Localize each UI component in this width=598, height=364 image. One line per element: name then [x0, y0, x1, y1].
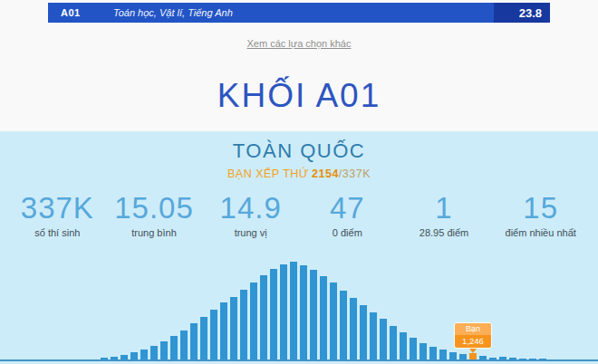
block-code: A01 [48, 7, 113, 18]
histogram-bar[interactable] [489, 358, 497, 359]
histogram-bar[interactable] [509, 358, 516, 359]
histogram-bar[interactable] [370, 312, 377, 359]
tooltip-arrow-icon [469, 349, 477, 353]
histogram-bar[interactable] [150, 346, 158, 359]
histogram-bar[interactable] [260, 275, 267, 359]
stats-row: 337K số thí sinh 15.05 trung bình 14.9 t… [0, 192, 598, 238]
histogram-bar[interactable] [300, 265, 307, 359]
histogram-bar[interactable] [439, 350, 447, 359]
block-subjects: Toán học, Vật lí, Tiếng Anh [113, 7, 494, 18]
histogram-bar[interactable] [449, 352, 457, 359]
you-tooltip: Bạn 1,246 [454, 322, 492, 353]
histogram-bar[interactable] [280, 264, 287, 359]
histogram-bar[interactable] [270, 269, 277, 359]
rank-prefix: BẠN XẾP THỨ [227, 168, 309, 180]
stat-value: 14.9 [202, 192, 299, 225]
block-score: 23.8 [494, 3, 550, 23]
stat-median: 14.9 trung vị [202, 192, 299, 238]
rank-line: BẠN XẾP THỨ2154/337K [0, 168, 598, 180]
histogram-bar[interactable] [390, 326, 397, 359]
tooltip-value: 1,246 [455, 335, 491, 348]
histogram-bar[interactable] [360, 305, 367, 359]
chart-axis-line [0, 359, 598, 361]
page-title: KHỐI A01 [0, 77, 598, 115]
stat-mode: 15 điểm nhiều nhất [492, 192, 589, 238]
histogram-bar-you[interactable] [469, 353, 477, 359]
stat-zero-score: 47 0 điểm [299, 192, 396, 238]
section-title: TOÀN QUỐC [0, 131, 598, 163]
histogram-bar[interactable] [240, 290, 247, 359]
histogram-bar[interactable] [479, 356, 487, 359]
stat-top-score: 1 28.95 điểm [396, 192, 493, 238]
histogram-bar[interactable] [230, 297, 237, 359]
histogram-bar[interactable] [140, 350, 148, 359]
stat-label: trung bình [106, 227, 203, 238]
link-row: Xem các lựa chọn khác [0, 34, 598, 51]
histogram-bar[interactable] [290, 262, 297, 359]
histogram-bar[interactable] [459, 354, 467, 359]
stat-value: 15.05 [106, 192, 203, 225]
histogram-bar[interactable] [250, 283, 257, 359]
page: A01 Toán học, Vật lí, Tiếng Anh 23.8 Xem… [0, 0, 598, 364]
rank-total: /337K [339, 168, 371, 180]
histogram-bar[interactable] [160, 341, 168, 359]
histogram-bar[interactable] [340, 291, 347, 359]
tooltip-label: Bạn [455, 323, 491, 335]
block-selector-bar[interactable]: A01 Toán học, Vật lí, Tiếng Anh 23.8 [48, 3, 550, 23]
histogram-bar[interactable] [121, 355, 128, 359]
histogram-bar[interactable] [410, 338, 417, 359]
histogram-bar[interactable] [330, 283, 337, 359]
histogram-bar[interactable] [180, 330, 188, 359]
rank-value: 2154 [312, 168, 339, 180]
stat-label: 0 điểm [299, 227, 396, 238]
stat-mean: 15.05 trung bình [106, 192, 203, 238]
histogram-bar[interactable] [420, 343, 427, 359]
histogram-bar[interactable] [170, 336, 178, 359]
histogram-bar[interactable] [380, 319, 387, 359]
histogram-bar[interactable] [429, 347, 437, 359]
histogram-bar[interactable] [400, 332, 407, 359]
stat-value: 47 [299, 192, 396, 225]
national-section: TOÀN QUỐC BẠN XẾP THỨ2154/337K 337K số t… [0, 131, 598, 364]
stat-value: 15 [492, 192, 589, 225]
histogram-bar[interactable] [519, 359, 526, 359]
histogram-bar[interactable] [111, 357, 118, 359]
stat-value: 337K [9, 192, 106, 225]
tooltip-box: Bạn 1,246 [454, 322, 492, 349]
stat-label: 28.95 điểm [396, 227, 493, 238]
histogram-bar[interactable] [220, 302, 227, 359]
histogram-bar[interactable] [499, 357, 506, 359]
histogram-bar[interactable] [210, 310, 217, 359]
other-options-link[interactable]: Xem các lựa chọn khác [247, 38, 352, 49]
histogram-bar[interactable] [130, 352, 138, 359]
histogram-bar[interactable] [320, 276, 327, 359]
stat-label: điểm nhiều nhất [492, 227, 589, 238]
stat-value: 1 [396, 192, 493, 225]
stat-label: trung vị [202, 227, 299, 238]
histogram-bar[interactable] [190, 323, 198, 359]
histogram-bar[interactable] [350, 298, 357, 359]
histogram-bar[interactable] [539, 359, 546, 359]
histogram-bar[interactable] [310, 270, 317, 359]
histogram-bar[interactable] [529, 359, 536, 359]
histogram-bar[interactable] [101, 358, 108, 359]
stat-label: số thí sinh [9, 227, 106, 238]
stat-candidates: 337K số thí sinh [9, 192, 106, 238]
histogram-bar[interactable] [200, 317, 207, 359]
